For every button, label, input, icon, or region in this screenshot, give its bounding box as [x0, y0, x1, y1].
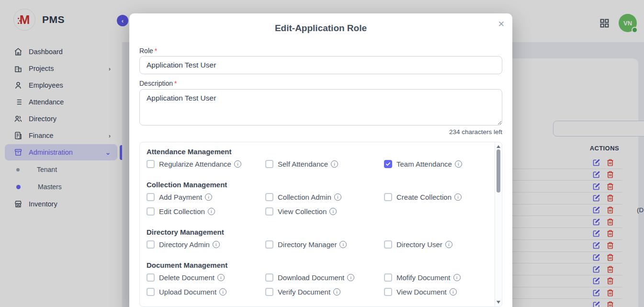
info-icon[interactable]: i [454, 193, 462, 201]
info-icon[interactable]: i [234, 160, 241, 168]
permission-item: Upload Documenti [147, 287, 265, 296]
info-icon[interactable]: i [219, 288, 226, 296]
permission-item: Mofify Documenti [384, 273, 487, 282]
scrollbar-track[interactable] [495, 143, 501, 306]
permission-label: Directory Admin [159, 240, 210, 249]
info-icon[interactable]: i [208, 208, 215, 215]
checkbox-unchecked[interactable] [147, 288, 155, 296]
permission-item: Create Collectioni [384, 192, 487, 202]
permission-section: Document ManagementDelete DocumentiDownl… [147, 262, 487, 296]
checkbox-unchecked[interactable] [147, 160, 155, 168]
permission-label: Verify Document [278, 288, 330, 296]
permission-item: Collection Admini [265, 192, 384, 202]
info-icon[interactable]: i [205, 193, 212, 201]
info-icon[interactable]: i [213, 241, 220, 248]
description-label: Description* [139, 80, 502, 87]
permission-label: Add Payment [159, 193, 202, 201]
info-icon[interactable]: i [347, 274, 354, 281]
permission-item: Regularize Attendancei [147, 159, 265, 169]
info-icon[interactable]: i [455, 160, 462, 168]
checkbox-unchecked[interactable] [384, 240, 392, 249]
permission-item: Edit Collectioni [147, 206, 265, 216]
close-icon[interactable]: ✕ [498, 20, 505, 28]
permission-label: View Collection [278, 207, 327, 216]
info-icon[interactable]: i [339, 241, 347, 248]
permission-section-title: Collection Management [147, 181, 487, 188]
permission-label: Team Attendance [396, 160, 452, 168]
info-icon[interactable]: i [445, 241, 452, 248]
scrollbar-thumb[interactable] [497, 149, 500, 193]
permission-label: Collection Admin [278, 193, 331, 201]
checkbox-unchecked[interactable] [147, 207, 155, 216]
permission-item: Download Documenti [265, 273, 384, 282]
info-icon[interactable]: i [333, 288, 340, 296]
checkbox-unchecked[interactable] [265, 273, 273, 282]
permission-item: View Documenti [384, 287, 487, 296]
required-asterisk: * [155, 47, 157, 55]
permission-item: View Collectioni [265, 206, 384, 216]
edit-application-role-modal: Edit-Application Role ✕ Role* Descriptio… [129, 13, 512, 307]
required-asterisk: * [174, 80, 177, 87]
permission-item: Directory Admini [147, 239, 265, 249]
checkbox-unchecked[interactable] [265, 288, 273, 296]
checkbox-unchecked[interactable] [265, 193, 273, 201]
permission-section: Attendance ManagementRegularize Attendan… [147, 148, 487, 169]
permission-item: Directory Manageri [265, 239, 384, 249]
description-textarea[interactable] [139, 89, 502, 125]
checkbox-unchecked[interactable] [265, 240, 273, 249]
role-input[interactable] [139, 56, 502, 74]
info-icon[interactable]: i [329, 208, 337, 215]
permission-item: Self Attendancei [265, 159, 384, 169]
permission-label: Delete Document [159, 273, 215, 282]
checkbox-unchecked[interactable] [265, 207, 273, 216]
permission-item: Directory Useri [384, 239, 487, 249]
info-icon[interactable]: i [331, 160, 338, 168]
permission-section-title: Attendance Management [147, 148, 487, 155]
permission-section-title: Document Management [147, 262, 487, 269]
permission-label: Create Collection [396, 193, 452, 201]
permission-label: Self Attendance [278, 160, 328, 168]
permission-label: Mofify Document [396, 273, 451, 282]
checkbox-unchecked[interactable] [384, 288, 392, 296]
characters-left-counter: 234 characters left [139, 128, 502, 136]
permission-section: Collection ManagementAdd PaymentiCollect… [147, 181, 487, 216]
modal-title: Edit-Application Role [139, 23, 502, 34]
permission-section: Directory ManagementDirectory AdminiDire… [147, 228, 487, 249]
permission-label: Edit Collection [159, 207, 205, 216]
checkbox-unchecked[interactable] [147, 273, 155, 282]
permission-item: Delete Documenti [147, 273, 265, 282]
permission-item: Team Attendancei [384, 159, 487, 169]
permission-label: Upload Document [159, 288, 216, 296]
info-icon[interactable]: i [453, 274, 461, 281]
permission-label: Download Document [278, 273, 344, 282]
permission-label: View Document [396, 288, 447, 296]
permission-section-title: Directory Management [147, 228, 487, 236]
permission-label: Regularize Attendance [159, 160, 231, 168]
permission-label: Directory User [396, 240, 442, 249]
checkbox-checked[interactable] [384, 160, 392, 168]
checkbox-unchecked[interactable] [147, 193, 155, 201]
scroll-up-arrow-icon[interactable] [497, 145, 500, 148]
scroll-down-arrow-icon[interactable] [497, 301, 500, 304]
checkbox-unchecked[interactable] [265, 160, 273, 168]
info-icon[interactable]: i [450, 288, 457, 296]
permissions-panel: Attendance ManagementRegularize Attendan… [139, 142, 502, 307]
role-label: Role* [139, 47, 502, 55]
permission-label: Directory Manager [278, 240, 337, 249]
checkbox-unchecked[interactable] [384, 193, 392, 201]
checkbox-unchecked[interactable] [384, 273, 392, 282]
info-icon[interactable]: i [334, 193, 341, 201]
permission-item: Verify Documenti [265, 287, 384, 296]
permission-item: Add Paymenti [147, 192, 265, 202]
info-icon[interactable]: i [217, 274, 225, 281]
checkbox-unchecked[interactable] [147, 240, 155, 249]
